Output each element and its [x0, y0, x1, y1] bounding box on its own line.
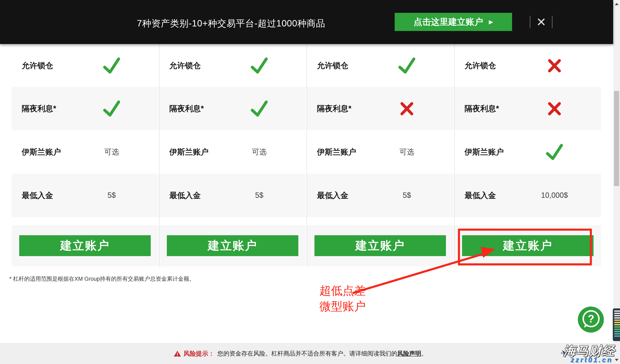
- create-account-button[interactable]: 建立账户: [462, 235, 593, 256]
- cell-value: 可选: [104, 147, 119, 157]
- risk-warning-bar: 风险提示： 您的资金存在风险。杠杆商品并不适合所有客户。请详细阅读我们的 风险声…: [0, 343, 613, 364]
- row-label: 伊斯兰账户: [22, 147, 61, 157]
- help-chat-button[interactable]: ?: [578, 306, 604, 333]
- button-band: 建立账户: [12, 225, 158, 266]
- watermark-logo-stripes: [613, 308, 620, 341]
- cell-value: [399, 100, 415, 117]
- check-icon: [397, 56, 416, 75]
- cell-text: 5$: [403, 191, 411, 199]
- column-divider: [454, 44, 455, 266]
- cell-text: 可选: [399, 148, 414, 156]
- top-promo-bar: 7种资产类别-10+种交易平台-超过1000种商品 点击这里建立账户 ▶ ✕: [0, 0, 613, 44]
- create-account-button[interactable]: 建立账户: [314, 235, 446, 256]
- table-row: 最低入金 5$: [12, 174, 158, 217]
- row-label: 允许锁仓: [465, 60, 496, 71]
- column-divider: [307, 44, 307, 266]
- cross-icon: [547, 100, 562, 117]
- table-row: 隔夜利息*: [159, 87, 306, 130]
- create-account-button[interactable]: 建立账户: [167, 235, 298, 256]
- account-column-3: 允许锁仓 隔夜利息* 伊斯兰账户 可选 最低入金: [307, 44, 453, 266]
- scrollbar-thumb[interactable]: [614, 91, 619, 186]
- risk-statement-link[interactable]: 风险声明: [397, 349, 421, 358]
- row-label: 伊斯兰账户: [169, 147, 209, 157]
- risk-warning-suffix: 。: [421, 349, 427, 358]
- button-band: 建立账户: [455, 225, 601, 266]
- row-gap: [307, 217, 453, 225]
- table-row: 最低入金 10,000$: [455, 174, 601, 217]
- row-gap: [12, 217, 158, 225]
- annotation-line-1: 超低点差: [319, 283, 366, 299]
- row-label: 隔夜利息*: [465, 103, 499, 114]
- row-gap: [159, 217, 306, 225]
- table-row: 伊斯兰账户 可选: [159, 130, 306, 174]
- table-row: 隔夜利息*: [307, 87, 453, 130]
- cell-value: 可选: [399, 147, 414, 157]
- divider: [552, 16, 552, 28]
- table-row: 最低入金 5$: [307, 174, 453, 217]
- check-icon: [250, 99, 269, 118]
- cell-text: 可选: [252, 148, 267, 156]
- button-band: 建立账户: [307, 225, 453, 266]
- cta-arrow-icon: ▶: [489, 19, 493, 25]
- svg-text:?: ?: [588, 313, 594, 325]
- account-column-1: 允许锁仓 隔夜利息* 伊斯兰账户 可选 最低入金: [12, 44, 158, 266]
- cell-value: 5$: [108, 191, 116, 200]
- cell-value: [102, 99, 121, 118]
- cell-value: 5$: [403, 191, 411, 200]
- check-icon: [250, 56, 269, 75]
- check-icon: [545, 143, 564, 161]
- row-label: 伊斯兰账户: [465, 147, 504, 157]
- close-icon[interactable]: ✕: [533, 13, 549, 31]
- row-label: 最低入金: [22, 190, 53, 201]
- cell-value: [547, 57, 562, 74]
- scrollbar-up-arrow-icon[interactable]: [615, 3, 619, 5]
- leverage-footnote: * 杠杆的适用范围是根据在XM Group持有的所有交易账户总资金累计金额。: [9, 275, 195, 283]
- row-label: 隔夜利息*: [22, 103, 56, 114]
- row-label: 伊斯兰账户: [317, 147, 356, 157]
- check-icon: [102, 99, 121, 118]
- table-row: 伊斯兰账户: [455, 130, 601, 174]
- row-label: 隔夜利息*: [317, 103, 351, 114]
- cell-text: 可选: [104, 148, 119, 156]
- cell-value: 可选: [252, 147, 267, 157]
- table-row: 允许锁仓: [307, 44, 453, 87]
- button-band: 建立账户: [159, 225, 306, 266]
- table-row: 伊斯兰账户 可选: [12, 130, 158, 174]
- table-row: 允许锁仓: [159, 44, 306, 87]
- check-icon: [102, 56, 121, 75]
- cell-value: [397, 56, 416, 75]
- cell-text: 5$: [108, 191, 116, 199]
- cell-value: 10,000$: [541, 191, 568, 200]
- divider: [530, 16, 530, 28]
- create-account-cta-button[interactable]: 点击这里建立账户 ▶: [395, 13, 512, 31]
- account-column-2: 允许锁仓 隔夜利息* 伊斯兰账户 可选 最低入金: [159, 44, 306, 266]
- scrollbar-down-arrow-icon[interactable]: [615, 359, 619, 361]
- risk-warning-label: 风险提示：: [184, 349, 215, 358]
- cta-label: 点击这里建立账户: [414, 16, 483, 28]
- xm-account-comparison-page: 7种资产类别-10+种交易平台-超过1000种商品 点击这里建立账户 ▶ ✕ 允…: [0, 0, 620, 364]
- row-label: 允许锁仓: [169, 60, 201, 71]
- watermark-url: zzrt01.cn: [571, 356, 613, 364]
- risk-warning-text: 您的资金存在风险。杠杆商品并不适合所有客户。请详细阅读我们的: [217, 349, 397, 358]
- cell-text: 5$: [255, 191, 264, 199]
- row-label: 允许锁仓: [22, 60, 53, 71]
- cell-value: 5$: [255, 191, 264, 200]
- cell-value: [102, 56, 121, 75]
- cell-value: [250, 99, 269, 118]
- create-account-button[interactable]: 建立账户: [19, 235, 151, 256]
- table-row: 最低入金 5$: [159, 174, 306, 217]
- annotation-text: 超低点差 微型账户: [319, 283, 366, 314]
- column-divider: [159, 44, 159, 266]
- row-label: 最低入金: [465, 190, 496, 201]
- row-label: 最低入金: [317, 190, 348, 201]
- row-label: 最低入金: [169, 190, 201, 201]
- promo-title: 7种资产类别-10+种交易平台-超过1000种商品: [137, 17, 325, 30]
- cell-text: 10,000$: [541, 191, 568, 199]
- table-row: 允许锁仓: [455, 44, 601, 87]
- table-row: 允许锁仓: [12, 44, 158, 87]
- cross-icon: [547, 57, 562, 74]
- warning-triangle-icon: [174, 350, 181, 357]
- row-gap: [455, 217, 601, 225]
- question-bubble-icon: ?: [578, 306, 604, 333]
- row-label: 隔夜利息*: [169, 103, 204, 114]
